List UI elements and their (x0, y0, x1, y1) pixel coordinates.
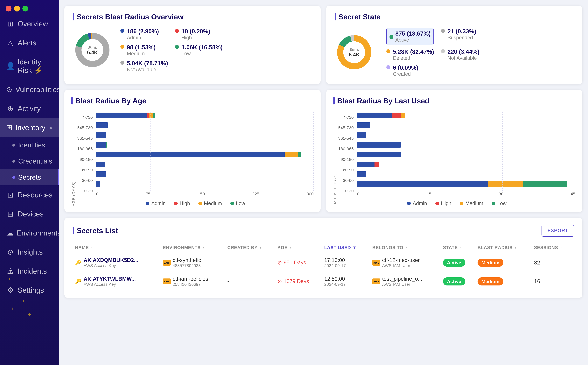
admin-dot (120, 29, 124, 33)
sidebar-item-settings[interactable]: ⚙ Settings (0, 281, 59, 300)
activity-icon: ⊕ (6, 104, 14, 113)
bar-admin (96, 171, 106, 177)
minimize-button[interactable] (14, 6, 20, 12)
sidebar-subitem-label: Secrets (18, 174, 41, 181)
sidebar-item-resources[interactable]: ⊡ Resources (0, 185, 59, 204)
col-sessions[interactable]: SESSIONS ↕ (532, 242, 574, 253)
col-environments[interactable]: ENVIRONMENTS ↕ (161, 242, 225, 253)
y-label: 30-60 (338, 176, 354, 184)
sidebar-item-identities[interactable]: Identities (0, 137, 59, 153)
deleted-value: 5.28K (82.47%) (393, 49, 434, 55)
x-label: 45 (571, 191, 575, 196)
sort-icon-blast: ↕ (515, 246, 517, 250)
x-axis-age: 0 75 150 225 300 (96, 190, 314, 196)
close-button[interactable] (6, 6, 12, 12)
sidebar-item-overview[interactable]: ⊞ Overview (0, 14, 59, 33)
col-belongs-to[interactable]: BELONGS TO ↕ (370, 242, 441, 253)
legend-low-dot (230, 202, 234, 205)
cell-env-2: aws ctf-iam-policies 258410436697 (161, 272, 225, 291)
name-cell-content-2: 🔑 AKIATYKTWLBMW... AWS Access Key (75, 276, 158, 287)
name-main-2: AKIATYKTWLBMW... (84, 276, 136, 282)
col-blast-radius[interactable]: BLAST RADIUS ↕ (475, 242, 532, 253)
blast-radius-donut: Sum: 6.4K (73, 30, 112, 70)
belongs-cell-content-1: aws ctf-12-med-user AWS IAM User (372, 257, 439, 268)
x-label: 15 (427, 191, 431, 196)
maximize-button[interactable] (22, 6, 28, 12)
sidebar-item-label: Identity Risk ⚡ (18, 58, 53, 75)
sidebar-item-identity-risk[interactable]: 👤 Identity Risk ⚡ (0, 52, 59, 80)
legend-item-suspended: 21 (0.33%) Suspended (441, 28, 489, 45)
resources-icon: ⊡ (6, 191, 14, 199)
lu-chart-legend: Admin High Medium (338, 201, 575, 206)
bar-medium (488, 181, 523, 187)
settings-icon: ⚙ (6, 286, 14, 294)
environments-icon: ☁ (6, 229, 14, 237)
sidebar-item-vulnerabilities[interactable]: ⊙ Vulnerabilities (0, 80, 59, 99)
chevron-up-icon: ▲ (49, 125, 54, 131)
sort-icon-created: ↕ (260, 246, 261, 250)
bar-admin (357, 112, 392, 118)
sidebar-item-activity[interactable]: ⊕ Activity (0, 99, 59, 118)
cell-last-used-2: 12:59:00 2024-09-17 (322, 272, 370, 291)
col-age[interactable]: AGE ↕ (275, 242, 322, 253)
y-label: 365-545 (338, 134, 354, 142)
y-label: 0-30 (338, 187, 354, 195)
blast-by-last-used-title: Blast Radius By Last Used (333, 97, 575, 105)
sort-icon-age: ↕ (290, 246, 292, 250)
sidebar-item-label: Vulnerabilities (15, 85, 59, 94)
bar-chart-cards-row: Blast Radius By Age AGE (DAYS) >730 545-… (64, 90, 582, 212)
blast-radius-donut-section: Sum: 6.4K 186 (2.90%) Admin (73, 28, 312, 72)
export-button[interactable]: EXPORT (541, 225, 574, 237)
legend-item-deleted: 5.28K (82.47%) Deleted (386, 49, 434, 61)
cell-created-2: - (225, 272, 275, 291)
sidebar-item-secrets[interactable]: Secrets (0, 169, 59, 185)
sidebar-item-credentials[interactable]: Credentials (0, 153, 59, 169)
aws-icon-2: aws (163, 279, 171, 284)
y-labels-age: >730 545-730 365-545 180-365 90-180 60-9… (77, 112, 95, 196)
bar-low (523, 181, 567, 187)
sidebar-item-alerts[interactable]: △ Alerts (0, 33, 59, 52)
blast-radius-overview-card: Secrets Blast Radius Overview (64, 6, 321, 84)
created-label: Created (393, 71, 418, 77)
high-label: High (182, 35, 210, 41)
legend-medium-dot-lu (460, 202, 463, 205)
name-cell-text-2: AKIATYKTWLBMW... AWS Access Key (84, 276, 136, 287)
sidebar-item-inventory[interactable]: ⊞ Inventory ▲ (0, 118, 59, 137)
time-main-1: 17:13:00 (324, 257, 368, 263)
legend-text-low: 1.06K (16.58%) Low (182, 44, 223, 56)
sidebar-item-insights[interactable]: ⊙ Insights (0, 243, 59, 261)
env-main-2: ctf-iam-policies (173, 276, 208, 282)
age-warn-icon-2: ⊙ (278, 278, 282, 285)
legend-high-lu: High (435, 201, 451, 206)
env-sub-1: 488577802938 (173, 263, 201, 268)
sidebar-item-environments[interactable]: ☁ Environments (0, 224, 59, 243)
low-dot (175, 45, 179, 49)
x-label: 30 (499, 191, 503, 196)
col-name[interactable]: NAME ↕ (73, 242, 161, 253)
sidebar-subitem-label: Identities (18, 141, 45, 149)
bar-admin (96, 132, 106, 138)
blast-badge-2: Medium (477, 277, 503, 286)
time-sub-2: 2024-09-17 (324, 282, 368, 287)
bar-row-lu-365-545 (357, 132, 575, 138)
age-value-1: 951 Days (284, 260, 306, 266)
cell-env-1: aws ctf-synthetic 488577802938 (161, 253, 225, 272)
medium-value: 98 (1.53%) (127, 44, 155, 51)
sidebar-item-devices[interactable]: ⊟ Devices (0, 204, 59, 224)
table-row: 🔑 AKIAXDQMBUK5D2... AWS Access Key aws (73, 253, 574, 272)
na-label: Not Available (127, 67, 168, 72)
sidebar-item-label: Insights (18, 248, 53, 256)
sidebar-item-incidents[interactable]: ⚠ Incidents (0, 261, 59, 281)
cell-belongs-2: aws test_pipeline_o... AWS IAM User (370, 272, 441, 291)
col-last-used[interactable]: LAST USED ▼ (322, 242, 370, 253)
bar-row-lu-545-730 (357, 122, 575, 128)
legend-medium-dot (198, 202, 202, 205)
cell-blast-2: Medium (475, 272, 532, 291)
secret-state-donut-center: Sum: 6.4K (349, 47, 359, 58)
active-value: 875 (13.67%) (395, 30, 431, 37)
y-axis-title-last-used: LAST USED (DAYS) (333, 112, 337, 206)
col-state[interactable]: STATE ↕ (441, 242, 475, 253)
col-created-by[interactable]: CREATED BY ↕ (225, 242, 275, 253)
blast-by-age-label: Blast Radius By Age (75, 97, 146, 105)
medium-label: Medium (127, 51, 155, 56)
